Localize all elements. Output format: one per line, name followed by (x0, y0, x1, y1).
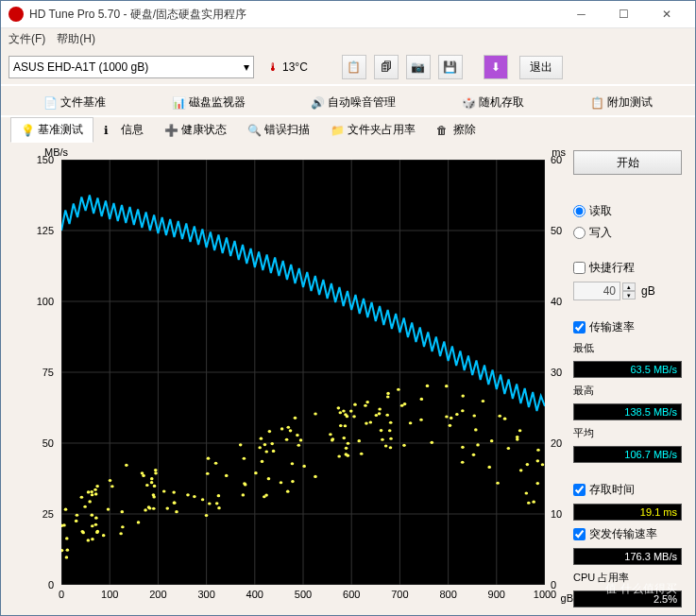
drive-select-text: ASUS EHD-A1T (1000 gB) (13, 60, 148, 74)
svg-point-167 (94, 517, 98, 520)
tab-erase[interactable]: 🗑擦除 (426, 117, 486, 143)
svg-point-21 (80, 496, 84, 499)
lower-tabs: 💡基准测试 ℹ信息 ➕健康状态 🔍错误扫描 📁文件夹占用率 🗑擦除 (1, 117, 695, 143)
svg-point-41 (165, 507, 169, 510)
minimize-button[interactable]: ─ (560, 1, 603, 27)
svg-point-20 (66, 549, 70, 552)
svg-point-80 (263, 443, 267, 446)
xfer-rate-checkbox[interactable] (573, 321, 586, 334)
svg-point-48 (314, 412, 317, 415)
write-radio[interactable] (573, 227, 586, 239)
svg-point-34 (291, 480, 295, 483)
tab-aam[interactable]: 🔊自动噪音管理 (300, 90, 406, 115)
access-time-checkbox[interactable] (573, 484, 586, 496)
tab-file-benchmark[interactable]: 📄文件基准 (33, 90, 116, 115)
svg-point-88 (331, 438, 334, 441)
upper-tabs: 📄文件基准 📊磁盘监视器 🔊自动噪音管理 🎲随机存取 📋附加测试 (1, 86, 695, 115)
svg-point-108 (137, 521, 141, 523)
svg-point-100 (294, 417, 297, 419)
save-button[interactable]: 💾 (438, 55, 463, 79)
spin-up[interactable]: ▴ (622, 282, 636, 291)
svg-point-38 (87, 539, 91, 541)
svg-point-91 (461, 409, 465, 412)
copy-info-button[interactable]: 📋 (342, 55, 366, 79)
svg-point-59 (296, 434, 299, 436)
svg-point-188 (186, 493, 190, 496)
svg-point-95 (347, 442, 350, 445)
tab-info[interactable]: ℹ信息 (93, 117, 154, 143)
svg-point-160 (445, 415, 449, 418)
chart-area: MB/s ms 0255075100125150 0102030405060 0… (14, 150, 568, 607)
svg-point-19 (91, 538, 94, 540)
tab-random-access[interactable]: 🎲随机存取 (451, 90, 535, 115)
svg-point-51 (419, 419, 423, 421)
svg-point-33 (342, 409, 346, 412)
svg-point-123 (527, 502, 531, 505)
short-stroke-label: 快捷行程 (589, 260, 635, 276)
svg-point-70 (474, 428, 478, 431)
tab-benchmark[interactable]: 💡基准测试 (10, 117, 93, 143)
svg-point-56 (145, 484, 149, 487)
chevron-down-icon: ▾ (244, 60, 249, 74)
svg-point-107 (385, 414, 389, 417)
svg-point-112 (207, 457, 211, 460)
tab-extra-tests[interactable]: 📋附加测试 (580, 90, 663, 115)
svg-point-127 (329, 433, 332, 436)
svg-point-97 (95, 485, 99, 488)
svg-point-196 (536, 449, 540, 452)
access-time-value: 19.1 ms (573, 504, 682, 521)
svg-point-75 (386, 395, 390, 398)
svg-point-26 (364, 404, 367, 407)
svg-point-31 (445, 385, 449, 387)
svg-point-154 (152, 493, 156, 496)
svg-point-106 (205, 514, 209, 517)
tab-health[interactable]: ➕健康状态 (154, 117, 237, 143)
svg-point-47 (94, 492, 98, 495)
svg-point-25 (268, 430, 272, 433)
svg-point-194 (201, 498, 205, 501)
svg-point-83 (264, 450, 268, 453)
svg-point-93 (91, 514, 94, 517)
svg-point-122 (258, 446, 262, 449)
svg-point-170 (476, 443, 480, 446)
exit-button[interactable]: 退出 (519, 56, 563, 79)
svg-point-138 (450, 417, 453, 419)
menu-file[interactable]: 文件(F) (8, 31, 45, 47)
svg-point-50 (83, 505, 87, 508)
tab-disk-monitor[interactable]: 📊磁盘监视器 (161, 90, 256, 115)
svg-point-177 (225, 474, 229, 477)
svg-point-27 (426, 385, 430, 387)
svg-point-183 (243, 457, 246, 460)
temperature: 🌡 13°C (260, 60, 315, 74)
copy-screenshot-button[interactable]: 🗐 (374, 55, 399, 79)
svg-point-39 (420, 398, 424, 401)
svg-point-144 (91, 493, 94, 496)
maximize-button[interactable]: ☐ (603, 1, 645, 27)
info-icon: ℹ (104, 124, 117, 137)
screenshot-button[interactable]: 📷 (406, 55, 431, 79)
short-stroke-checkbox[interactable] (573, 262, 586, 274)
svg-point-134 (449, 424, 452, 427)
watermark: 值 什么值得买 (605, 581, 677, 597)
tab-folder-usage[interactable]: 📁文件夹占用率 (320, 117, 426, 143)
svg-point-195 (397, 388, 400, 391)
read-radio[interactable] (573, 205, 586, 217)
menu-help[interactable]: 帮助(H) (57, 31, 95, 47)
tab-error-scan[interactable]: 🔍错误扫描 (237, 117, 320, 143)
spin-down[interactable]: ▾ (622, 291, 636, 299)
svg-point-78 (175, 510, 178, 513)
short-stroke-unit: gB (641, 284, 655, 298)
svg-point-109 (102, 534, 106, 537)
svg-point-102 (461, 394, 465, 397)
start-button[interactable]: 开始 (573, 150, 682, 175)
close-button[interactable]: ✕ (645, 1, 688, 27)
svg-point-165 (507, 447, 511, 450)
burst-rate-checkbox[interactable] (573, 528, 586, 540)
short-stroke-input[interactable] (573, 282, 620, 300)
svg-point-121 (400, 404, 404, 407)
svg-point-111 (65, 537, 69, 539)
drive-select[interactable]: ASUS EHD-A1T (1000 gB) ▾ (8, 56, 254, 78)
svg-point-96 (352, 415, 356, 418)
options-button[interactable]: ⬇ (484, 55, 508, 79)
benchmark-icon: 💡 (21, 124, 34, 137)
